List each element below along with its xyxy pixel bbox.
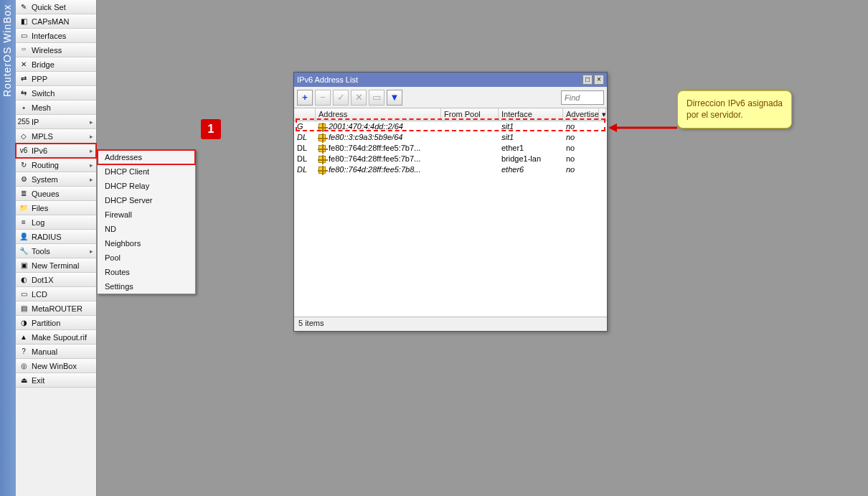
- address-icon: [319, 134, 326, 141]
- sidebar-item-metarouter[interactable]: ▤MetaROUTER: [16, 301, 96, 316]
- sidebar-item-mesh[interactable]: ∘Mesh: [16, 100, 96, 115]
- add-button[interactable]: +: [297, 90, 313, 106]
- submenu-item-dhcp-client[interactable]: DHCP Client: [98, 164, 195, 179]
- sidebar-item-wireless[interactable]: ⌔Wireless: [16, 43, 96, 57]
- disable-button[interactable]: ✕: [351, 90, 367, 106]
- sidebar-item-label: MPLS: [32, 129, 53, 144]
- submenu-arrow-icon: ▸: [90, 172, 93, 187]
- sidebar-item-new-terminal[interactable]: ▣New Terminal: [16, 258, 96, 273]
- window-titlebar[interactable]: IPv6 Address List □ ×: [294, 72, 607, 87]
- sidebar-item-queues[interactable]: ≣Queues: [16, 187, 96, 201]
- annotation-arrow: [607, 121, 679, 135]
- sidebar-item-radius[interactable]: 👤RADIUS: [16, 230, 96, 244]
- sidebar-item-dot1x[interactable]: ◐Dot1X: [16, 273, 96, 287]
- sidebar-item-ppp[interactable]: ⇄PPP: [16, 72, 96, 86]
- cell-flags: G: [294, 121, 316, 132]
- sidebar-item-log[interactable]: ≡Log: [16, 215, 96, 230]
- mesh-icon: ∘: [19, 103, 29, 113]
- log-icon: ≡: [19, 217, 29, 228]
- cell-interface: bridge1-lan: [499, 154, 563, 164]
- sidebar-item-new-winbox[interactable]: ◎New WinBox: [16, 359, 96, 373]
- table-row[interactable]: DLfe80::764d:28ff:fee5:7b8...ether6no: [294, 164, 607, 175]
- col-advertise[interactable]: Advertise: [563, 108, 599, 121]
- cell-address: 2001:470:4:4dd::2/64: [316, 121, 441, 132]
- col-menu-button[interactable]: ▾: [599, 108, 606, 121]
- app-title-bar: RouterOS WinBox: [0, 0, 16, 496]
- remove-button[interactable]: −: [315, 90, 331, 106]
- address-icon: [319, 123, 326, 131]
- metarouter-icon: ▤: [19, 304, 29, 314]
- submenu-item-neighbors[interactable]: Neighbors: [98, 236, 195, 251]
- cell-interface: ether1: [499, 143, 563, 154]
- table-header: Address From Pool Interface Advertise ▾: [294, 108, 607, 121]
- sidebar-item-system[interactable]: ⚙System▸: [16, 172, 96, 187]
- cell-interface: sit1: [499, 121, 563, 132]
- sidebar-item-label: Bridge: [32, 57, 55, 72]
- submenu-item-nd[interactable]: ND: [98, 222, 195, 236]
- sidebar-item-files[interactable]: 📁Files: [16, 201, 96, 215]
- submenu-item-addresses[interactable]: Addresses: [98, 150, 195, 164]
- sidebar-item-label: New WinBox: [32, 359, 77, 373]
- sidebar-item-mpls[interactable]: ◇MPLS▸: [16, 129, 96, 144]
- status-bar: 5 items: [294, 317, 607, 331]
- cell-from-pool: [441, 143, 499, 154]
- comment-button[interactable]: ▭: [369, 90, 385, 106]
- submenu-item-dhcp-server[interactable]: DHCP Server: [98, 193, 195, 207]
- cell-address: fe80::3:c9a3:5b9e/64: [316, 132, 441, 143]
- submenu-item-routes[interactable]: Routes: [98, 265, 195, 279]
- table-row[interactable]: DLfe80::3:c9a3:5b9e/64sit1no: [294, 132, 607, 143]
- col-flags[interactable]: [294, 108, 316, 121]
- submenu-item-dhcp-relay[interactable]: DHCP Relay: [98, 179, 195, 193]
- submenu-item-settings[interactable]: Settings: [98, 279, 195, 294]
- sidebar-item-interfaces[interactable]: ▭Interfaces: [16, 29, 96, 43]
- sidebar-item-manual[interactable]: ?Manual: [16, 345, 96, 359]
- cell-flags: DL: [294, 143, 316, 154]
- sidebar-item-capsman[interactable]: ◧CAPsMAN: [16, 14, 96, 29]
- submenu-item-firewall[interactable]: Firewall: [98, 207, 195, 222]
- interfaces-icon: ▭: [19, 31, 29, 41]
- sidebar-item-tools[interactable]: 🔧Tools▸: [16, 244, 96, 258]
- col-interface[interactable]: Interface: [499, 108, 563, 121]
- sidebar-item-ipv6[interactable]: v6IPv6▸: [16, 144, 96, 158]
- sidebar-item-ip[interactable]: 255IP▸: [16, 115, 96, 129]
- table-row[interactable]: G2001:470:4:4dd::2/64sit1no: [294, 121, 607, 132]
- callout-badge-1: 1: [201, 119, 221, 139]
- filter-button[interactable]: ▼: [387, 90, 402, 106]
- cell-flags: DL: [294, 154, 316, 164]
- wireless-icon: ⌔: [19, 45, 29, 55]
- sidebar-item-label: Tools: [32, 244, 50, 258]
- window-title: IPv6 Address List: [297, 75, 358, 84]
- submenu-item-pool[interactable]: Pool: [98, 251, 195, 265]
- sidebar-item-label: Log: [32, 215, 44, 230]
- sidebar-item-switch[interactable]: ⇆Switch: [16, 86, 96, 100]
- address-icon: [319, 167, 326, 174]
- col-from-pool[interactable]: From Pool: [441, 108, 499, 121]
- find-input[interactable]: [561, 90, 604, 105]
- sidebar-item-partition[interactable]: ◑Partition: [16, 316, 96, 330]
- sidebar-item-routing[interactable]: ↻Routing▸: [16, 158, 96, 172]
- tools-icon: 🔧: [19, 246, 29, 256]
- address-icon: [319, 145, 326, 152]
- sidebar-item-label: IP: [32, 115, 39, 129]
- sidebar-item-label: Exit: [32, 373, 44, 388]
- sidebar-item-label: System: [32, 172, 58, 187]
- window-close-button[interactable]: ×: [594, 75, 604, 85]
- system-icon: ⚙: [19, 174, 29, 184]
- sidebar-item-quick-set[interactable]: ✎Quick Set: [16, 0, 96, 14]
- address-icon: [319, 156, 326, 163]
- sidebar-item-label: Quick Set: [32, 0, 66, 14]
- window-minimize-button[interactable]: □: [582, 75, 593, 85]
- table-row[interactable]: DLfe80::764d:28ff:fee5:7b7...bridge1-lan…: [294, 154, 607, 164]
- col-address[interactable]: Address: [316, 108, 441, 121]
- sidebar: ✎Quick Set◧CAPsMAN▭Interfaces⌔Wireless✕B…: [16, 0, 97, 496]
- sidebar-item-bridge[interactable]: ✕Bridge: [16, 57, 96, 72]
- sidebar-item-label: Files: [32, 201, 48, 215]
- sidebar-item-make-supout-rif[interactable]: ▲Make Supout.rif: [16, 330, 96, 345]
- sidebar-item-label: CAPsMAN: [32, 14, 70, 29]
- table-row[interactable]: DLfe80::764d:28ff:fee5:7b7...ether1no: [294, 143, 607, 154]
- sidebar-item-lcd[interactable]: ▭LCD: [16, 287, 96, 301]
- sidebar-item-exit[interactable]: ⏏Exit: [16, 373, 96, 388]
- cell-address: fe80::764d:28ff:fee5:7b7...: [316, 143, 441, 154]
- capsman-icon: ◧: [19, 17, 29, 27]
- enable-button[interactable]: ✓: [333, 90, 349, 106]
